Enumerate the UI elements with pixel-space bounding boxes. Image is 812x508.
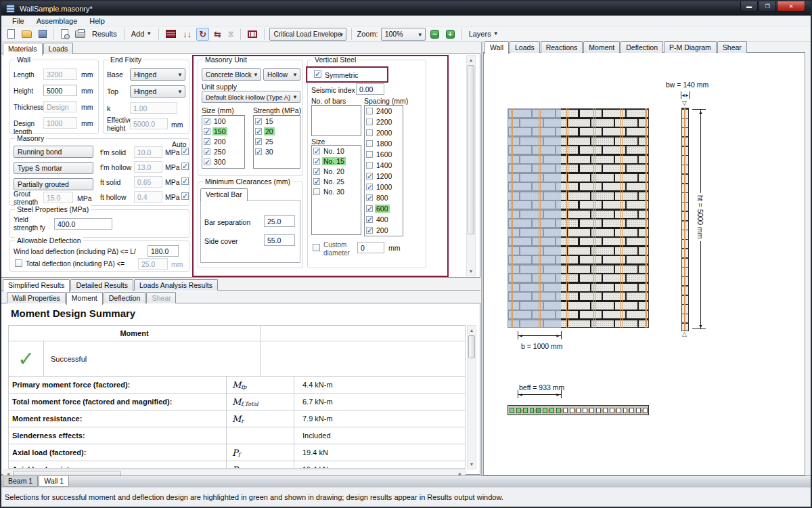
title-bar[interactable]: WallSample.masonry* ▬ ❐ ✕	[1, 1, 811, 16]
masonry-tool-button[interactable]	[164, 28, 178, 41]
results-subtab[interactable]: Moment	[66, 292, 103, 305]
masonry-option-select[interactable]: Running bond	[14, 146, 93, 158]
strength-option[interactable]: 20	[254, 126, 300, 136]
size-option[interactable]: 300	[202, 156, 244, 167]
open-file-button[interactable]	[20, 28, 34, 41]
drawing-tab[interactable]: Moment	[583, 41, 620, 53]
strength-option[interactable]: 25	[254, 136, 300, 146]
auto-checkbox[interactable]	[181, 192, 189, 200]
minimize-button[interactable]: ▬	[740, 1, 758, 12]
results-button[interactable]: Results	[90, 28, 119, 41]
results-tab[interactable]: Loads Analysis Results	[134, 279, 218, 291]
top-fixity-select[interactable]: Hinged▼	[130, 85, 185, 98]
prop-input[interactable]: 13.0	[134, 161, 162, 173]
drawing-tab[interactable]: Reactions	[541, 41, 583, 53]
wind-deflection-input[interactable]: 180.0	[148, 245, 179, 257]
total-deflection-input[interactable]: 25.0	[138, 258, 168, 270]
zoom-in-button[interactable]: +	[444, 28, 457, 41]
print-preview-button[interactable]	[59, 28, 70, 41]
size-option[interactable]: 200	[202, 136, 244, 146]
results-subtab[interactable]: Deflection	[104, 292, 146, 303]
masonry-option-select[interactable]: Partially grouted	[14, 178, 93, 190]
results-scrollbar-vertical[interactable]: ▲ ▼	[467, 325, 476, 469]
menu-item[interactable]: Help	[84, 16, 110, 26]
materials-tab[interactable]: Materials	[3, 43, 43, 56]
zoom-select[interactable]: 100% ▼	[381, 28, 426, 41]
spacing-option[interactable]: 2200	[365, 117, 403, 127]
add-button[interactable]: Add▼	[129, 28, 154, 41]
spacing-option[interactable]: 2400	[365, 106, 403, 117]
spacing-option[interactable]: 1800	[365, 138, 403, 149]
spacing-option[interactable]: 1400	[365, 160, 403, 171]
results-subtab[interactable]: Wall Properties	[7, 292, 66, 303]
bar-size-option[interactable]: No. 25	[312, 176, 361, 186]
layers-button[interactable]: Layers▼	[467, 28, 501, 41]
spacing-option[interactable]: 1600	[365, 149, 403, 160]
spacing-option[interactable]: 200	[365, 225, 403, 236]
field-input[interactable]: Design	[43, 101, 77, 112]
strength-option[interactable]: 15	[254, 116, 300, 126]
spacing-option[interactable]: 2000	[365, 127, 403, 138]
menu-item[interactable]: Assemblage	[31, 16, 83, 26]
results-tab[interactable]: Detailed Results	[70, 279, 133, 291]
vertical-bar-tab[interactable]: Vertical Bar	[200, 188, 248, 201]
masonry-option-select[interactable]: Type S mortar	[14, 162, 93, 174]
spacing-option[interactable]: 800	[365, 192, 403, 203]
print-button[interactable]	[73, 28, 87, 41]
size-option[interactable]: 100	[202, 116, 244, 126]
unit-supply-select[interactable]: Default Block Hollow (Type A)▼	[202, 91, 300, 103]
field-input[interactable]: 1000	[43, 117, 77, 129]
section-tool-button[interactable]	[246, 28, 259, 41]
results-tab[interactable]: Simplified Results	[3, 279, 70, 292]
strength-option[interactable]: 30	[254, 146, 300, 156]
save-button[interactable]	[37, 28, 49, 41]
close-button[interactable]: ✕	[777, 1, 805, 12]
spacing-option[interactable]: 1000	[365, 182, 403, 192]
support-tool-button[interactable]: ⧖	[226, 28, 235, 41]
moment-tool-button[interactable]: ↻	[196, 28, 209, 41]
unit-type-select[interactable]: Hollow▼	[263, 68, 300, 81]
unit-material-select[interactable]: Concrete Block▼	[202, 68, 261, 81]
results-subtab[interactable]: Shear	[146, 292, 176, 303]
scroll-up-icon[interactable]: ▲	[468, 328, 476, 333]
k-input[interactable]: 1.00	[130, 102, 177, 114]
base-fixity-select[interactable]: Hinged▼	[130, 68, 185, 81]
zoom-out-button[interactable]: −	[428, 28, 441, 41]
effective-height-input[interactable]: 5000.0	[130, 118, 168, 129]
scroll-down-icon[interactable]: ▼	[467, 269, 475, 274]
auto-checkbox[interactable]	[181, 163, 189, 170]
document-tab[interactable]: Wall 1	[39, 476, 69, 487]
yield-strength-input[interactable]: 400.0	[54, 218, 112, 230]
materials-tab[interactable]: Loads	[43, 43, 74, 54]
scrollbar-thumb[interactable]	[468, 65, 474, 234]
scroll-up-icon[interactable]: ▲	[467, 58, 475, 62]
custom-diameter-checkbox[interactable]	[313, 244, 320, 251]
clearance-input[interactable]: 55.0	[264, 234, 295, 246]
auto-checkbox[interactable]	[181, 177, 189, 185]
document-tab[interactable]: Beam 1	[3, 476, 38, 487]
menu-item[interactable]: File	[7, 16, 30, 26]
grout-strength-input[interactable]: 15.0	[43, 192, 73, 203]
load-envelope-select[interactable]: Critical Load Envelope ▼	[269, 28, 346, 41]
size-option[interactable]: 150	[202, 126, 244, 136]
seismic-index-input[interactable]: 0.00	[356, 83, 384, 95]
lateral-load-tool-button[interactable]: ⇆	[212, 28, 223, 41]
drawing-tab[interactable]: P-M Diagram	[664, 41, 717, 53]
bar-size-option[interactable]: No. 15	[312, 156, 361, 166]
bar-size-option[interactable]: No. 10	[312, 146, 361, 156]
prop-input[interactable]: 10.0	[134, 146, 162, 158]
spacing-option[interactable]: 600	[365, 203, 403, 214]
field-input[interactable]: 5000	[43, 85, 77, 96]
spacing-option[interactable]: 1200	[365, 171, 403, 182]
size-option[interactable]: 250	[202, 146, 244, 156]
custom-diameter-input[interactable]: 0	[357, 242, 384, 253]
no-of-bars-list[interactable]	[311, 105, 361, 136]
bar-size-option[interactable]: No. 20	[312, 166, 361, 176]
scroll-down-icon[interactable]: ▼	[468, 462, 476, 467]
scrollbar-thumb[interactable]	[468, 335, 475, 358]
drawing-tab[interactable]: Wall	[484, 41, 509, 54]
drawing-tab[interactable]: Loads	[510, 41, 540, 53]
prop-input[interactable]: 0.65	[134, 176, 162, 188]
bar-size-option[interactable]: No. 30	[312, 186, 361, 196]
drawing-tab[interactable]: Shear	[717, 41, 747, 53]
